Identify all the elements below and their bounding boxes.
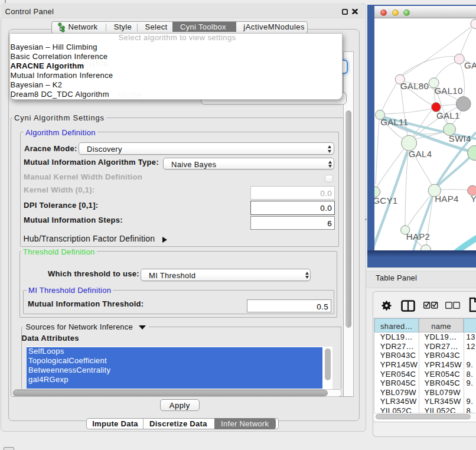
svg-text:GAL11: GAL11 [380, 117, 408, 127]
svg-text:GCY1: GCY1 [374, 195, 397, 205]
svg-text:GAL1: GAL1 [436, 110, 460, 120]
svg-text:GAL4: GAL4 [409, 148, 432, 158]
svg-text:SWI4: SWI4 [449, 133, 471, 144]
svg-text:GAL80: GAL80 [400, 80, 429, 90]
svg-text:HAP2: HAP2 [406, 231, 430, 242]
svg-text:GAL10: GAL10 [434, 85, 462, 95]
svg-text:HAP4: HAP4 [435, 194, 458, 204]
svg-text:GAL7: GAL7 [464, 60, 476, 70]
svg-text:YM: YM [471, 193, 476, 203]
